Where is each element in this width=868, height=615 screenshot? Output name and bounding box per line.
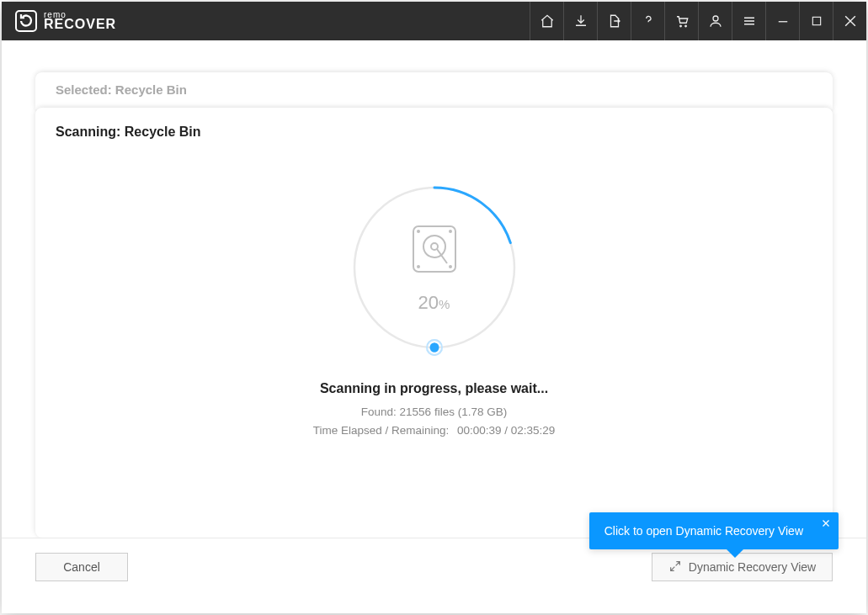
brand-line2: RECOVER bbox=[44, 19, 116, 30]
tooltip: Click to open Dynamic Recovery View bbox=[589, 512, 839, 549]
close-icon[interactable] bbox=[833, 2, 866, 40]
svg-point-11 bbox=[423, 236, 445, 257]
svg-point-14 bbox=[418, 231, 419, 232]
selected-label: Selected: Recycle Bin bbox=[56, 82, 187, 97]
app-logo: remo RECOVER bbox=[15, 10, 116, 32]
user-icon[interactable] bbox=[698, 2, 732, 40]
expand-icon bbox=[668, 559, 682, 575]
scanning-panel: Scanning: Recycle Bin bbox=[35, 108, 833, 538]
maximize-icon[interactable] bbox=[799, 2, 833, 40]
svg-point-1 bbox=[713, 16, 718, 21]
dynamic-recovery-view-label: Dynamic Recovery View bbox=[689, 560, 816, 574]
percent-value: 20 bbox=[418, 292, 439, 313]
percent-symbol: % bbox=[439, 297, 450, 311]
app-logo-text: remo RECOVER bbox=[44, 12, 116, 30]
svg-point-15 bbox=[450, 231, 451, 232]
download-icon[interactable] bbox=[563, 2, 597, 40]
tooltip-close-icon[interactable] bbox=[818, 516, 833, 531]
disk-icon bbox=[407, 221, 462, 277]
home-icon[interactable] bbox=[530, 2, 563, 40]
help-icon[interactable] bbox=[631, 2, 664, 40]
menu-icon[interactable] bbox=[732, 2, 765, 40]
bottom-bar: Cancel Dynamic Recovery View Click to op… bbox=[2, 538, 866, 613]
cancel-button-label: Cancel bbox=[63, 560, 100, 574]
svg-point-16 bbox=[418, 266, 419, 268]
scanning-label: Scanning: Recycle Bin bbox=[56, 125, 812, 140]
titlebar-buttons bbox=[530, 2, 866, 40]
svg-rect-2 bbox=[812, 17, 820, 24]
progress-percent: 20% bbox=[418, 292, 450, 314]
export-icon[interactable] bbox=[597, 2, 631, 40]
time-label: Time Elapsed / Remaining: bbox=[313, 424, 450, 437]
time-value: 00:00:39 / 02:35:29 bbox=[457, 424, 555, 437]
found-text: Found: 21556 files (1.78 GB) bbox=[35, 406, 833, 418]
status-text: Scanning in progress, please wait... bbox=[35, 381, 833, 396]
titlebar: remo RECOVER bbox=[2, 2, 866, 40]
tooltip-text: Click to open Dynamic Recovery View bbox=[604, 524, 803, 538]
cart-icon[interactable] bbox=[664, 2, 698, 40]
time-line: Time Elapsed / Remaining: 00:00:39 / 02:… bbox=[35, 424, 833, 437]
svg-point-12 bbox=[431, 243, 438, 250]
cancel-button[interactable]: Cancel bbox=[35, 553, 128, 581]
app-logo-icon bbox=[15, 10, 37, 32]
selected-panel-header: Selected: Recycle Bin bbox=[35, 72, 833, 109]
svg-rect-0 bbox=[16, 11, 36, 31]
svg-point-17 bbox=[450, 266, 451, 268]
minimize-icon[interactable] bbox=[765, 2, 799, 40]
progress-ring: 20% bbox=[346, 179, 523, 356]
